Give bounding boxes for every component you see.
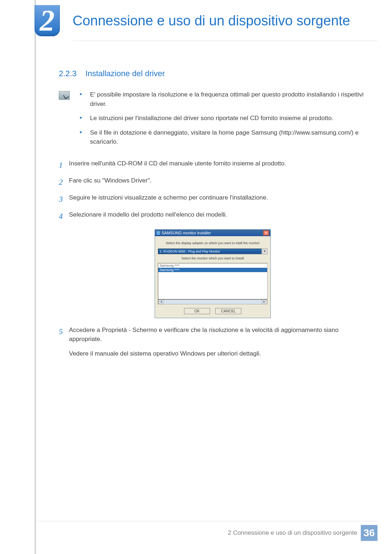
scroll-right-icon[interactable]: ► — [261, 300, 267, 304]
installer-title-text: SAMSUNG monitor installer — [162, 231, 211, 235]
list-item[interactable]: Samsung **** — [158, 263, 267, 268]
section-title: Installazione del driver — [85, 69, 165, 78]
chapter-number-badge: 2 — [34, 5, 60, 36]
section-heading: 2.2.3 Installazione del driver — [59, 69, 367, 78]
step-text: Fare clic su "Windows Driver". — [69, 176, 367, 185]
step: 2 Fare clic su "Windows Driver". — [59, 176, 367, 188]
step-number: 1 — [59, 159, 69, 171]
chapter-title: Connessione e uso di un dispositivo sorg… — [73, 13, 350, 29]
monitor-listbox[interactable]: Samsung **** Samsung **** — [158, 263, 268, 299]
step: 5 Accedere a Proprietà - Schermo e verif… — [59, 325, 367, 344]
step: 4 Selezionare il modello del prodotto ne… — [59, 210, 367, 222]
footer-divider — [34, 521, 377, 521]
step: 3 Seguire le istruzioni visualizzate a s… — [59, 193, 367, 205]
horizontal-scrollbar[interactable]: ◄ ► — [158, 299, 268, 304]
dropdown-value: 1. RADEON 9550 : Plug and Play Monitor — [158, 249, 262, 254]
step-text: Selezionare il modello del prodotto nell… — [69, 210, 367, 219]
step-text: Accedere a Proprietà - Schermo e verific… — [69, 325, 367, 344]
note-block: E' possibile impostare la risoluzione e … — [59, 90, 367, 152]
app-icon — [156, 231, 160, 235]
chevron-down-icon[interactable]: ▼ — [262, 249, 268, 254]
step-number: 2 — [59, 176, 69, 188]
main-content: 2.2.3 Installazione del driver E' possib… — [59, 69, 367, 358]
step-number: 4 — [59, 210, 69, 222]
section-number: 2.2.3 — [59, 69, 77, 78]
step-text: Inserire nell'unità CD-ROM il CD del man… — [69, 159, 367, 168]
note-icon — [59, 91, 70, 100]
note-item: Se il file in dotazione è danneggiato, v… — [76, 128, 367, 147]
installer-dialog: SAMSUNG monitor installer × Select the d… — [155, 229, 271, 318]
header-divider — [73, 41, 377, 41]
dialog-button-row: OK CANCEL — [158, 304, 268, 315]
adapter-dropdown[interactable]: 1. RADEON 9550 : Plug and Play Monitor ▼ — [158, 249, 268, 254]
step-number: 5 — [59, 325, 69, 337]
list-item-selected[interactable]: Samsung **** — [158, 268, 267, 272]
page-footer: 2 Connessione e uso di un dispositivo so… — [228, 525, 377, 541]
chapter-number: 2 — [40, 7, 55, 34]
installer-message-1: Select the display adapter on which you … — [158, 239, 268, 247]
note-item: E' possibile impostare la risoluzione e … — [76, 90, 367, 108]
left-margin-rule — [34, 0, 36, 554]
step: 1 Inserire nell'unità CD-ROM il CD del m… — [59, 159, 367, 171]
footer-chapter-text: 2 Connessione e uso di un dispositivo so… — [228, 529, 357, 537]
installer-titlebar: SAMSUNG monitor installer × — [155, 230, 270, 236]
ok-button[interactable]: OK — [184, 308, 210, 314]
page-number-badge: 36 — [361, 525, 377, 541]
steps-list: 1 Inserire nell'unità CD-ROM il CD del m… — [59, 159, 367, 222]
steps-list-continued: 5 Accedere a Proprietà - Schermo e verif… — [59, 325, 367, 344]
step-number: 3 — [59, 193, 69, 205]
step-additional-note: Vedere il manuale del sistema operativo … — [69, 349, 367, 358]
cancel-button[interactable]: CANCEL — [215, 308, 241, 314]
scroll-track[interactable] — [164, 300, 261, 304]
installer-body: Select the display adapter on which you … — [155, 236, 270, 318]
step-text: Seguire le istruzioni visualizzate a sch… — [69, 193, 367, 202]
chapter-header: 2 Connessione e uso di un dispositivo so… — [34, 5, 377, 36]
scroll-left-icon[interactable]: ◄ — [158, 300, 164, 304]
installer-message-2: Select the monitor which you want to ins… — [158, 254, 268, 262]
note-list: E' possibile impostare la risoluzione e … — [76, 90, 367, 152]
note-item: Le istruzioni per l'installazione del dr… — [76, 114, 367, 123]
close-icon[interactable]: × — [263, 230, 269, 235]
